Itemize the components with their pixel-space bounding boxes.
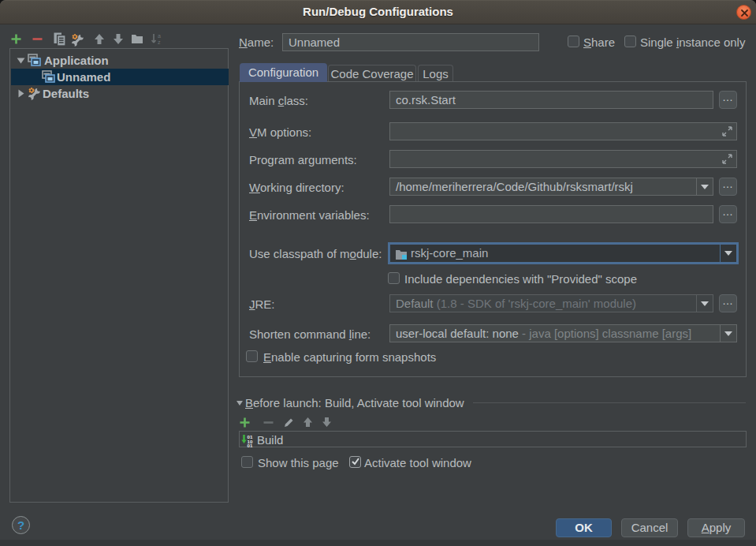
svg-text:z: z: [158, 39, 161, 45]
svg-text:a: a: [158, 33, 161, 39]
svg-text:01: 01: [248, 443, 253, 447]
